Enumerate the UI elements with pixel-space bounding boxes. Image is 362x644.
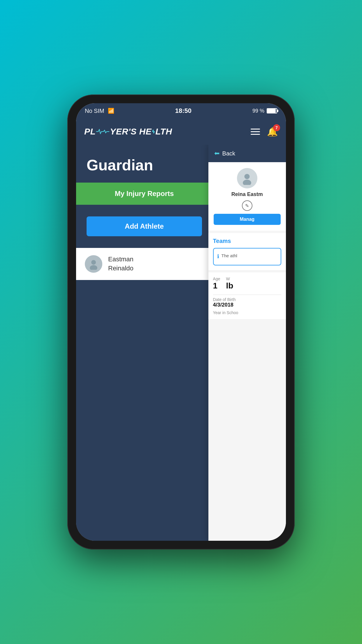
add-athlete-button[interactable]: Add Athlete xyxy=(87,216,202,236)
age-value: 1 xyxy=(213,281,220,290)
battery-fill xyxy=(267,109,276,113)
logo-text: PL xyxy=(84,127,96,136)
dob-label: Date of Birth xyxy=(213,297,281,302)
svg-point-3 xyxy=(243,180,251,185)
hamburger-line-2 xyxy=(251,131,260,132)
teams-section: Teams ℹ The athl xyxy=(208,233,286,270)
phone-screen: No SIM 📶 18:50 99 % PL YER'S HE xyxy=(76,103,286,541)
svg-point-2 xyxy=(245,174,250,179)
weight-unit: lb xyxy=(226,281,233,290)
add-athlete-section: Add Athlete xyxy=(76,205,212,248)
athlete-name: Eastman Reinaldo xyxy=(108,255,133,273)
app-header: PL YER'S HE LTH 🔔 7 xyxy=(76,118,286,145)
weight-stat: W lb xyxy=(226,276,233,290)
athlete-first-name: Eastman xyxy=(108,255,133,264)
stats-row: Age 1 W lb xyxy=(213,276,281,290)
heartbeat-icon xyxy=(96,129,109,134)
profile-silhouette xyxy=(240,172,254,185)
weight-label: W xyxy=(226,276,233,281)
profile-name: Reina Eastm xyxy=(231,191,263,197)
teams-title: Teams xyxy=(213,238,281,244)
injury-reports-label: My Injury Reports xyxy=(87,190,202,198)
left-panel: Guardian My Injury Reports Add Athlete xyxy=(76,145,212,541)
profile-section: Reina Eastm ✎ Manag xyxy=(208,162,286,231)
phone-frame: No SIM 📶 18:50 99 % PL YER'S HE xyxy=(67,94,295,550)
age-stat: Age 1 xyxy=(213,276,220,290)
guardian-section: Guardian xyxy=(76,145,212,183)
avatar-silhouette xyxy=(88,258,99,270)
school-label: Year in Schoo xyxy=(213,310,281,315)
notification-button[interactable]: 🔔 7 xyxy=(267,127,278,137)
carrier-label: No SIM xyxy=(85,108,104,114)
weight-value: lb xyxy=(226,281,233,290)
hamburger-line-1 xyxy=(251,129,260,130)
status-time: 18:50 xyxy=(175,107,191,115)
status-bar: No SIM 📶 18:50 99 % xyxy=(76,103,286,118)
svg-point-1 xyxy=(90,265,97,270)
info-icon: ℹ xyxy=(217,253,219,260)
logo-text-2: YER'S HE xyxy=(110,127,152,136)
pencil-icon: ✎ xyxy=(245,203,249,209)
dob-value: 4/3/2018 xyxy=(213,302,281,308)
guardian-title: Guardian xyxy=(87,156,202,174)
notification-badge: 7 xyxy=(273,124,280,131)
status-right: 99 % xyxy=(252,108,277,114)
hamburger-menu-button[interactable] xyxy=(251,129,260,135)
back-label[interactable]: Back xyxy=(222,150,235,157)
wifi-icon: 📶 xyxy=(108,108,114,114)
stats-section: Age 1 W lb Date of Birth 4/3/2 xyxy=(208,272,286,319)
back-bar: ⬅ Back xyxy=(208,145,286,162)
age-label: Age xyxy=(213,276,220,281)
dob-row: Date of Birth 4/3/2018 xyxy=(213,297,281,308)
avatar xyxy=(85,255,102,273)
heartbeat-icon-2 xyxy=(152,129,155,134)
battery-percent: 99 % xyxy=(252,108,264,114)
app-logo: PL YER'S HE LTH xyxy=(84,127,172,136)
status-left: No SIM 📶 xyxy=(85,108,114,114)
back-arrow-icon: ⬅ xyxy=(214,150,219,157)
profile-avatar xyxy=(237,168,257,188)
teams-info-text: The athl xyxy=(222,253,237,259)
right-panel: ⬅ Back Reina Eastm ✎ Manag xyxy=(208,145,286,541)
logo-text-3: LTH xyxy=(155,127,172,136)
manage-button[interactable]: Manag xyxy=(214,214,281,225)
header-icons: 🔔 7 xyxy=(251,127,278,137)
battery-icon xyxy=(267,108,277,113)
injury-reports-button[interactable]: My Injury Reports xyxy=(76,183,212,205)
svg-point-0 xyxy=(91,260,96,265)
teams-info-box: ℹ The athl xyxy=(213,248,281,265)
main-content: Guardian My Injury Reports Add Athlete xyxy=(76,145,286,541)
athlete-last-name: Reinaldo xyxy=(108,264,133,273)
athlete-list-item[interactable]: Eastman Reinaldo xyxy=(76,248,212,280)
hamburger-line-3 xyxy=(251,134,260,135)
divider xyxy=(213,295,281,295)
dark-footer xyxy=(76,280,212,541)
edit-profile-button[interactable]: ✎ xyxy=(242,200,252,211)
